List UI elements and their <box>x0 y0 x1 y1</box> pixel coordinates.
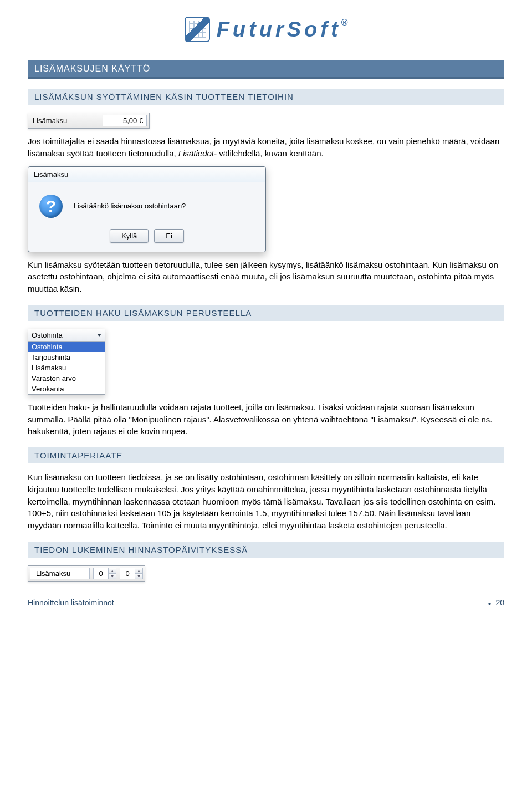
brand-text: FuturSoft <box>217 18 341 41</box>
footer-page: ● 20 <box>485 598 504 607</box>
subsection-heading: TUOTTEIDEN HAKU LISÄMAKSUN PERUSTEELLA <box>28 305 504 321</box>
after-combo-paragraph: Tuotteiden haku- ja hallintaruudulla voi… <box>28 401 504 437</box>
logo-icon <box>185 17 210 42</box>
intro-emphasis: Lisätiedot- <box>178 149 217 158</box>
page-footer: Hinnoittelun lisätoiminnot ● 20 <box>0 582 532 607</box>
combobox-list: Ostohinta Tarjoushinta Lisämaksu Varasto… <box>28 342 105 394</box>
combobox-selected[interactable]: Ostohinta <box>28 329 105 342</box>
confirmation-dialog: Lisämaksu ? Lisätäänkö lisämaksu ostohin… <box>28 166 266 252</box>
brand-logo: FuturSoft® <box>185 17 348 42</box>
yes-button[interactable]: Kyllä <box>110 229 149 243</box>
spinner-down-icon[interactable]: ▼ <box>135 573 142 579</box>
trademark-symbol: ® <box>341 18 348 27</box>
dialog-message: Lisätäänkö lisämaksu ostohintaan? <box>74 202 186 210</box>
field-label: Lisämaksu <box>30 116 69 125</box>
chevron-down-icon <box>97 334 101 337</box>
spinner-value: 0 <box>120 568 135 579</box>
subsection-heading: TIEDON LUKEMINEN HINNASTOPÄIVITYKSESSÄ <box>28 542 504 558</box>
spinner-buttons[interactable]: ▲ ▼ <box>108 568 116 579</box>
page-header: FuturSoft® <box>0 0 532 49</box>
pointer-line-icon <box>139 370 205 370</box>
spinner-up-icon[interactable]: ▲ <box>135 568 142 573</box>
spinner-buttons[interactable]: ▲ ▼ <box>135 568 142 579</box>
spinner-cell-2[interactable]: 0 ▲ ▼ <box>120 568 143 579</box>
combobox-option[interactable]: Tarjoushinta <box>28 352 105 363</box>
brand-name: FuturSoft® <box>217 18 348 42</box>
subsection-heading: LISÄMÄKSUN SYÖTTÄMINEN KÄSIN TUOTTEEN TI… <box>28 89 504 105</box>
section-heading: LISÄMAKSUJEN KÄYTTÖ <box>28 60 504 79</box>
spinner-value: 0 <box>94 568 108 579</box>
surcharge-field: Lisämaksu 5,00 € <box>28 113 150 129</box>
no-button[interactable]: Ei <box>154 229 184 243</box>
combobox-selected-text: Ostohinta <box>32 331 63 339</box>
combobox-option[interactable]: Ostohinta <box>28 342 105 352</box>
after-dialog-paragraph: Kun lisämaksu syötetään tuotteen tietoru… <box>28 259 504 295</box>
field-value[interactable]: 5,00 € <box>103 115 147 126</box>
spinner-up-icon[interactable]: ▲ <box>109 568 116 573</box>
spinner-cell-1[interactable]: 0 ▲ ▼ <box>93 568 116 579</box>
spinner-down-icon[interactable]: ▼ <box>109 573 116 579</box>
principle-paragraph: Kun lisämaksu on tuotteen tiedoissa, ja … <box>28 471 504 532</box>
spinner-label: Lisämaksu <box>30 568 90 579</box>
question-icon: ? <box>39 195 63 218</box>
subsection-heading: TOIMINTAPERIAATE <box>28 447 504 463</box>
intro-paragraph: Jos toimittajalta ei saada hinnastossa l… <box>28 135 504 160</box>
dialog-title: Lisämaksu <box>28 167 265 182</box>
footer-title: Hinnoittelun lisätoiminnot <box>28 598 114 607</box>
intro-tail: välilehdellä, kuvan kenttään. <box>217 149 324 158</box>
page-number: 20 <box>495 598 504 607</box>
combobox-option[interactable]: Verokanta <box>28 384 105 394</box>
combobox-option[interactable]: Lisämaksu <box>28 363 105 373</box>
filter-combobox[interactable]: Ostohinta Ostohinta Tarjoushinta Lisämak… <box>28 329 105 395</box>
surcharge-spinner-row: Lisämaksu 0 ▲ ▼ 0 ▲ ▼ <box>28 565 145 582</box>
combobox-option[interactable]: Varaston arvo <box>28 373 105 384</box>
